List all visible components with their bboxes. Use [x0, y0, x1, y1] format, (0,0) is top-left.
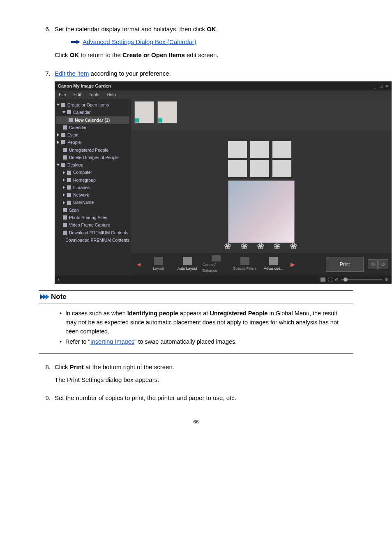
advanced-icon — [269, 257, 278, 265]
sidebar-item-calendar[interactable]: Calendar — [56, 109, 129, 116]
menu-tools[interactable]: Tools — [89, 91, 99, 98]
computer-icon — [67, 171, 71, 175]
step-9-text: Set the number of copies to print, the p… — [55, 393, 353, 403]
zoom-slider[interactable] — [341, 279, 382, 280]
calendar-month-cell — [228, 160, 247, 177]
sidebar-item-photo-sharing[interactable]: Photo Sharing Sites — [56, 214, 129, 221]
calendar-month-cell — [250, 160, 269, 177]
step-7-number: 7. — [39, 69, 55, 79]
menu-file[interactable]: File — [59, 91, 66, 98]
share-icon — [63, 215, 67, 220]
chevron-down-icon — [57, 104, 60, 106]
window-title: Canon My Image Garden — [58, 83, 111, 90]
sidebar-item-unregistered[interactable]: Unregistered People — [56, 146, 129, 154]
user-icon — [67, 201, 71, 205]
inserting-images-link[interactable]: Inserting Images — [90, 338, 134, 345]
decoration-row: ❀ ❀ ❀ ❀ ❀ — [224, 242, 299, 251]
people-icon — [61, 140, 65, 144]
arrow-right-icon — [71, 39, 80, 44]
step-8-sub: The Print Settings dialog box appears. — [39, 375, 353, 385]
flower-icon: ❀ — [240, 242, 249, 251]
calendar-icon — [69, 118, 73, 122]
print-button[interactable]: Print — [326, 257, 364, 272]
person-icon — [63, 148, 67, 152]
window-minimize-button[interactable]: _ — [374, 83, 376, 90]
sidebar-item-create[interactable]: Create or Open Items — [56, 101, 129, 109]
zoom-out-button[interactable]: ⊖ — [335, 276, 339, 283]
menu-edit[interactable]: Edit — [74, 91, 81, 98]
check-icon — [135, 118, 139, 123]
auto-layout-icon — [183, 257, 192, 265]
video-icon — [63, 223, 67, 227]
thumbnail[interactable] — [157, 101, 177, 123]
calendar-month-cell — [272, 160, 291, 177]
auto-layout-button[interactable]: Auto Layout — [174, 255, 201, 273]
step-6-text: Set the calendar display format and holi… — [55, 25, 353, 34]
year-label: 20XX — [256, 233, 266, 239]
bottom-toolbar: ◄ Layout Auto Layout Correct/ Enhance Sp… — [131, 253, 392, 275]
chevron-right-icon — [63, 186, 65, 189]
page-number: 66 — [0, 418, 392, 426]
special-filters-button[interactable]: Special Filters — [231, 255, 258, 273]
libraries-icon — [67, 185, 71, 190]
step-9-number: 9. — [39, 393, 55, 403]
sidebar-item-downloaded-premium[interactable]: Downloaded PREMIUM Contents — [56, 236, 129, 244]
view-mode-icon[interactable] — [321, 278, 325, 282]
calendar-layout — [228, 141, 295, 177]
thumbnail[interactable] — [134, 101, 154, 123]
sidebar-item-deleted-people[interactable]: Deleted Images of People — [56, 154, 129, 161]
sidebar-item-people[interactable]: People — [56, 139, 129, 146]
flower-icon: ❀ — [257, 242, 266, 251]
menu-help[interactable]: Help — [106, 91, 116, 98]
sidebar-item-calendar2[interactable]: Calendar — [56, 124, 129, 131]
edit-item-link[interactable]: Edit the item — [55, 70, 89, 77]
filters-icon — [240, 257, 249, 265]
sidebar: Create or Open Items Calendar New Calend… — [55, 99, 131, 275]
zoom-fit-icon[interactable]: ⛶ — [328, 276, 332, 283]
flower-icon: ❀ — [290, 242, 299, 251]
chevron-down-icon — [62, 111, 66, 113]
sidebar-item-scan[interactable]: Scan — [56, 206, 129, 214]
note-section: Note In cases such as when Identifying p… — [39, 290, 353, 354]
status-info: i — [58, 276, 59, 283]
flower-icon: ❀ — [273, 242, 282, 251]
calendar-month-cell — [272, 141, 291, 158]
correct-enhance-button[interactable]: Correct/ Enhance — [203, 255, 230, 273]
zoom-in-button[interactable]: ⊕ — [385, 276, 388, 283]
sidebar-item-network[interactable]: Network — [56, 191, 129, 199]
next-page-button[interactable]: ▶ — [289, 260, 297, 269]
enhance-icon — [212, 255, 221, 261]
sidebar-item-video-frame[interactable]: Video Frame Capture — [56, 221, 129, 229]
layout-button[interactable]: Layout — [145, 255, 172, 273]
advanced-settings-link[interactable]: Advanced Settings Dialog Box (Calendar) — [83, 37, 196, 47]
sidebar-item-libraries[interactable]: Libraries — [56, 184, 129, 191]
folder-icon — [63, 238, 63, 242]
note-item: In cases such as when Identifying people… — [60, 309, 345, 336]
sidebar-item-computer[interactable]: Computer — [56, 169, 129, 176]
step-6-number: 6. — [39, 25, 55, 34]
sidebar-item-new-calendar[interactable]: New Calendar (1) — [56, 116, 129, 124]
calendar-icon — [63, 125, 67, 130]
flower-icon: ❀ — [224, 242, 233, 251]
prev-page-button[interactable]: ◄ — [134, 260, 143, 269]
editor-canvas[interactable]: 20XX ❀ ❀ ❀ ❀ ❀ — [131, 131, 392, 253]
undo-button[interactable]: ⟲ — [368, 259, 378, 269]
sidebar-item-homegroup[interactable]: Homegroup — [56, 176, 129, 184]
window-close-button[interactable]: × — [386, 83, 388, 90]
advanced-button[interactable]: Advanced... — [260, 255, 287, 273]
calendar-month-cell — [250, 141, 269, 158]
sidebar-item-event[interactable]: Event — [56, 131, 129, 139]
desktop-icon — [61, 163, 65, 167]
sidebar-item-username[interactable]: UserName — [56, 199, 129, 206]
calendar-month-cell — [228, 141, 247, 158]
chevron-right-icon — [57, 141, 59, 144]
app-screenshot: Canon My Image Garden _ □ × File Edit To… — [55, 81, 392, 284]
sidebar-item-download-premium[interactable]: Download PREMIUM Contents — [56, 229, 129, 236]
chevron-right-icon — [63, 171, 65, 174]
chevron-down-icon — [57, 164, 60, 166]
download-icon — [63, 231, 67, 235]
window-maximize-button[interactable]: □ — [380, 83, 383, 90]
layout-icon — [154, 257, 163, 265]
redo-button[interactable]: ⟳ — [378, 259, 388, 269]
sidebar-item-desktop[interactable]: Desktop — [56, 161, 129, 169]
